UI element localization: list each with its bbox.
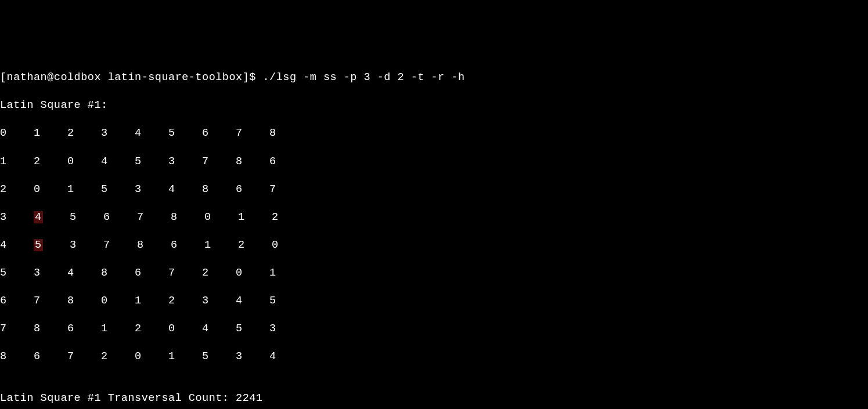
latin-square-row: 5 3 4 8 6 7 2 0 1: [0, 266, 868, 280]
row-suffix: 5 6 7 8 0 1 2: [43, 211, 279, 223]
highlighted-cell: 4: [34, 211, 43, 223]
row-prefix: 4: [0, 239, 34, 251]
prompt-command-line: [nathan@coldbox latin-square-toolbox]$ .…: [0, 71, 868, 85]
latin-square-row: 8 6 7 2 0 1 5 3 4: [0, 350, 868, 364]
terminal-window[interactable]: [nathan@coldbox latin-square-toolbox]$ .…: [0, 57, 868, 409]
output-header: Latin Square #1:: [0, 99, 868, 113]
transversal-count-line: Latin Square #1 Transversal Count: 2241: [0, 392, 868, 406]
latin-square-row: 0 1 2 3 4 5 6 7 8: [0, 126, 868, 140]
latin-square-row: 1 2 0 4 5 3 7 8 6: [0, 155, 868, 169]
latin-square-row: 2 0 1 5 3 4 8 6 7: [0, 183, 868, 197]
row-prefix: 3: [0, 211, 34, 223]
latin-square-row: 4 5 3 7 8 6 1 2 0: [0, 238, 868, 252]
highlighted-cell: 5: [34, 239, 43, 251]
row-suffix: 3 7 8 6 1 2 0: [43, 239, 279, 251]
latin-square-row: 3 4 5 6 7 8 0 1 2: [0, 211, 868, 225]
latin-square-row: 7 8 6 1 2 0 4 5 3: [0, 322, 868, 336]
latin-square-row: 6 7 8 0 1 2 3 4 5: [0, 294, 868, 308]
